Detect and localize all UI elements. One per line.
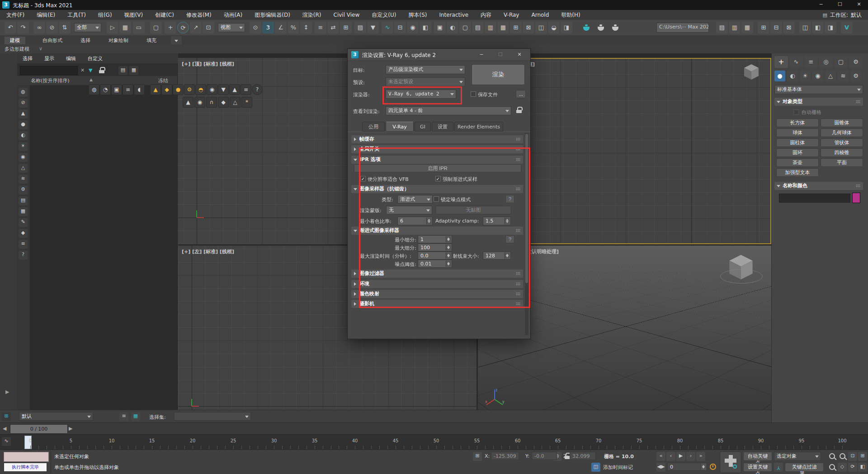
- menu-group[interactable]: 组(G): [98, 11, 112, 19]
- tab-gi[interactable]: GI: [415, 122, 431, 132]
- toolbar-icon-42[interactable]: ⊟: [770, 22, 782, 33]
- display-icon-0[interactable]: ◍: [89, 84, 99, 95]
- explorer-filter-icon-0[interactable]: ◍: [19, 88, 28, 97]
- toolbar-icon-36[interactable]: ◒: [548, 22, 560, 33]
- menu-help[interactable]: 帮助(H): [561, 11, 580, 19]
- zoom-extents-all-icon[interactable]: ⊞: [858, 452, 867, 461]
- go-to-start-icon[interactable]: «: [656, 452, 665, 461]
- menu-file[interactable]: 文件(F): [6, 11, 24, 19]
- maximize-button[interactable]: ☐: [831, 1, 849, 7]
- key-mode-toggle-icon[interactable]: ◀▶: [656, 463, 665, 472]
- layer-explorer-icon[interactable]: ▦: [131, 412, 140, 421]
- layer-list-icon[interactable]: ≡: [119, 412, 128, 421]
- menu-civil-view[interactable]: Civil View: [334, 12, 360, 18]
- menu-interactive[interactable]: Interactive: [439, 12, 468, 18]
- workspace-selector[interactable]: 默认: [851, 11, 862, 19]
- lock-noise-checkbox[interactable]: [434, 196, 439, 202]
- menu-arnold[interactable]: Arnold: [531, 12, 549, 18]
- menu-content[interactable]: 内容: [481, 11, 491, 19]
- display-icon-5[interactable]: ▲: [150, 84, 161, 95]
- toolbar-icon-33[interactable]: ⊞: [510, 22, 522, 33]
- toolbar-icon-27[interactable]: ▣: [434, 22, 446, 33]
- select-and-scale-icon[interactable]: ↗: [190, 22, 202, 33]
- toolbar-icon-46[interactable]: ◨: [825, 22, 836, 33]
- toolbar-icon-44[interactable]: ◫: [799, 22, 811, 33]
- menu-scripting[interactable]: 脚本(S): [408, 11, 427, 19]
- no-map-button[interactable]: 无贴图: [435, 206, 511, 214]
- viewcube[interactable]: [742, 62, 760, 81]
- align-icon[interactable]: ⊞: [340, 22, 352, 33]
- ribbon-tab-object-paint[interactable]: 对象绘制: [104, 37, 133, 44]
- menu-views[interactable]: 视图(V): [124, 11, 143, 19]
- time-slider-left-arrow[interactable]: ◀: [3, 426, 6, 431]
- display-icon-3[interactable]: ≡: [123, 84, 133, 95]
- display2-icon-3[interactable]: ◆: [218, 97, 229, 108]
- project-folder-field[interactable]: C:\Users\··· Max 2021: [656, 23, 709, 33]
- display-icon-11[interactable]: ▼: [218, 84, 229, 95]
- create-spacewarps-icon[interactable]: ≋: [838, 71, 849, 81]
- ipr-options-rollout[interactable]: IPR 选项: [351, 156, 523, 164]
- explorer-filter-icon-12[interactable]: ✎: [19, 218, 28, 227]
- track-bar[interactable]: ∿ 0 5 10 15 20 25 30 35 40 45 50 55 60 6…: [0, 434, 868, 450]
- set-keys-button[interactable]: [720, 451, 741, 473]
- selected-object-dropdown[interactable]: 选定对象: [774, 452, 821, 461]
- time-slider-handle[interactable]: 0 / 100: [10, 424, 68, 434]
- explorer-grid-view-icon[interactable]: ▦: [129, 66, 138, 75]
- tab-vray[interactable]: V-Ray: [386, 122, 414, 132]
- set-key-button[interactable]: 设置关键点: [743, 463, 772, 472]
- display-icon-6[interactable]: ◆: [161, 84, 172, 95]
- explorer-menu-select[interactable]: 选择: [23, 55, 33, 62]
- create-box-button[interactable]: 长方体: [776, 118, 819, 127]
- global-switches-rollout[interactable]: 全局开关: [351, 145, 523, 153]
- panel-tab-motion-icon[interactable]: ◎: [819, 56, 833, 68]
- unlink-selection-icon[interactable]: ⊘: [46, 22, 58, 33]
- toolbar-icon-45[interactable]: ◧: [812, 22, 824, 33]
- time-configuration-icon[interactable]: [710, 464, 716, 470]
- explorer-filter-icon-9[interactable]: ⚙: [19, 185, 28, 194]
- display2-icon-5[interactable]: *: [241, 97, 252, 108]
- save-file-browse-button[interactable]: ...: [516, 90, 526, 98]
- panel-tab-display-icon[interactable]: ▢: [834, 56, 848, 68]
- reference-coordinate-dropdown[interactable]: 视图: [218, 23, 245, 32]
- menu-customize[interactable]: 自定义(U): [372, 11, 396, 19]
- explorer-name-column[interactable]: 名称(按升序排序): [31, 77, 70, 84]
- create-plane-button[interactable]: 平面: [821, 158, 863, 167]
- menu-modifiers[interactable]: 修改器(M): [186, 11, 212, 19]
- framebuffer-rollout[interactable]: 帧缓存: [351, 135, 523, 143]
- display-list-icon[interactable]: ≡: [241, 84, 251, 95]
- dialog-scrollbar[interactable]: [525, 133, 528, 335]
- ribbon-toggle-icon[interactable]: ▼: [367, 22, 379, 33]
- dialog-maximize-button[interactable]: ☐: [492, 52, 509, 57]
- absolute-mode-icon[interactable]: ⊞: [473, 452, 482, 461]
- create-cone-button[interactable]: 圆锥体: [821, 118, 863, 127]
- spinner-snap-icon[interactable]: ↕: [300, 22, 312, 33]
- explorer-filter-icon-8[interactable]: ≋: [19, 175, 28, 184]
- toolbar-icon-34[interactable]: ⊠: [523, 22, 534, 33]
- mini-curve-editor-icon[interactable]: ∿: [2, 437, 11, 446]
- display-icon-8[interactable]: ⚙: [184, 84, 195, 95]
- menu-create[interactable]: 创建(C): [155, 11, 174, 19]
- image-sampler-rollout[interactable]: 图像采样器（抗锯齿）: [351, 185, 523, 193]
- max-subdivs-spinner[interactable]: 100: [418, 243, 452, 251]
- active-layer-dropdown[interactable]: 默认: [19, 412, 93, 421]
- use-pivot-center-icon[interactable]: ⊙: [250, 22, 261, 33]
- object-type-rollout[interactable]: 对象类型: [774, 98, 863, 106]
- selection-region-icon[interactable]: ▭: [133, 22, 145, 33]
- view-to-render-dropdown[interactable]: 四元菜单 4 - 前: [386, 106, 511, 115]
- selection-set-dropdown[interactable]: [174, 412, 251, 421]
- explorer-list-area[interactable]: [30, 85, 177, 410]
- create-cameras-icon[interactable]: ◉: [812, 71, 823, 81]
- render-mask-dropdown[interactable]: 无: [386, 206, 432, 214]
- percent-snap-icon[interactable]: %: [288, 22, 299, 33]
- create-teapot-button[interactable]: 茶壶: [776, 158, 819, 167]
- undo-icon[interactable]: ↶: [5, 22, 16, 33]
- menu-animation[interactable]: 动画(A): [224, 11, 243, 19]
- ribbon-options-icon[interactable]: [171, 36, 182, 45]
- explorer-clear-search-icon[interactable]: ✕: [80, 67, 85, 73]
- explorer-filter-icon-4[interactable]: ◐: [19, 131, 28, 140]
- menu-graph-editors[interactable]: 图形编辑器(D): [255, 11, 290, 19]
- explorer-filter-icon-3[interactable]: ●: [19, 120, 28, 129]
- tab-render-elements[interactable]: Render Elements: [454, 122, 503, 132]
- toolbar-icon-28[interactable]: ◐: [447, 22, 458, 33]
- dialog-close-button[interactable]: ✕: [510, 52, 528, 57]
